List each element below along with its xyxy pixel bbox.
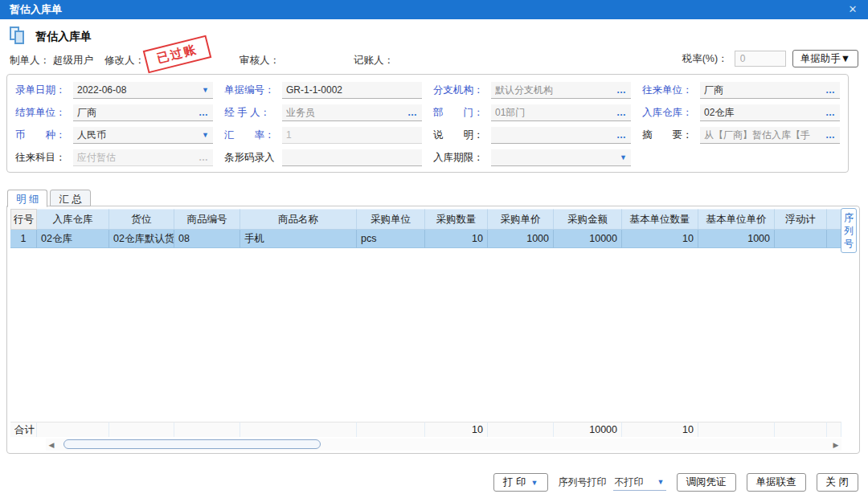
bill-link-check-button[interactable]: 单据联查 <box>747 473 806 492</box>
totals-cell <box>37 422 109 437</box>
grid-header-row: 行号入库仓库货位商品编号商品名称采购单位采购数量采购单价采购金额基本单位数量基本… <box>10 209 843 230</box>
view-voucher-button[interactable]: 调阅凭证 <box>677 473 736 492</box>
field-value-handler: 业务员 <box>286 106 404 120</box>
ellipsis-lookup-icon[interactable]: … <box>616 84 627 96</box>
field-input-branch[interactable]: 默认分支机构… <box>491 82 631 99</box>
scrollbar-thumb[interactable] <box>63 439 321 449</box>
table-cell[interactable]: 1 <box>10 230 37 248</box>
totals-cell <box>240 422 357 437</box>
header-cell-入库仓库[interactable]: 入库仓库 <box>37 209 109 230</box>
form-field-barcode-entry: 条形码录入 <box>224 149 422 166</box>
modifier-label: 修改人： <box>104 54 145 67</box>
dropdown-arrow-icon[interactable]: ▼ <box>620 153 627 161</box>
field-input-barcode-entry[interactable] <box>282 149 422 166</box>
field-input-summary[interactable]: 从【厂商】暂估入库【手… <box>700 127 840 144</box>
header-cell-采购单价[interactable]: 采购单价 <box>488 209 554 230</box>
tax-rate-label: 税率(%)： <box>682 52 728 66</box>
horizontal-scrollbar[interactable]: ◀ ▶ <box>46 439 841 451</box>
print-button-label: 打 印 <box>503 476 526 489</box>
field-input-entry-date[interactable]: 2022-06-08▼ <box>73 82 213 99</box>
close-button[interactable]: 关 闭 <box>817 473 858 492</box>
footer-toolbar: 打 印 ▼ 序列号打印 不打印 ▼ 调阅凭证 单据联查 关 闭 <box>493 473 858 492</box>
detail-summary-tabs: 明 细 汇 总 <box>7 190 93 207</box>
field-label-currency: 币 种： <box>15 129 73 142</box>
totals-cell <box>775 422 827 437</box>
ellipsis-lookup-icon[interactable]: … <box>616 107 627 118</box>
ellipsis-lookup-icon[interactable]: … <box>407 107 418 118</box>
field-input-handler[interactable]: 业务员… <box>282 104 422 121</box>
table-cell[interactable]: 1000 <box>488 230 554 248</box>
header-cell-货位[interactable]: 货位 <box>109 209 174 230</box>
table-cell[interactable]: 手机 <box>240 230 357 248</box>
print-dropdown-icon: ▼ <box>531 479 538 487</box>
table-cell[interactable]: pcs <box>357 230 425 248</box>
totals-cell: 10 <box>425 422 488 437</box>
table-row[interactable]: 102仓库02仓库默认货·08手机pcs10100010000101000 <box>10 230 843 248</box>
field-input-counterparty[interactable]: 厂商… <box>700 82 840 99</box>
dropdown-arrow-icon[interactable]: ▼ <box>202 131 209 139</box>
table-cell[interactable]: 1000 <box>698 230 775 248</box>
table-cell[interactable]: 08 <box>174 230 240 248</box>
serial-number-side-tab[interactable]: 序列号 <box>841 208 857 253</box>
table-cell[interactable]: 10 <box>622 230 698 248</box>
tab-detail[interactable]: 明 细 <box>7 190 47 207</box>
ellipsis-lookup-icon[interactable]: … <box>825 107 836 118</box>
document-icon <box>10 27 29 46</box>
form-field-exchange-rate: 汇 率：1 <box>224 127 422 144</box>
grid-totals-row: 合计101000010 <box>10 422 841 437</box>
header-cell-基本单位单价[interactable]: 基本单位单价 <box>698 209 775 230</box>
table-cell[interactable]: 02仓库默认货· <box>109 230 174 248</box>
field-input-storage-deadline[interactable]: ▼ <box>491 149 631 166</box>
scrollbar-track[interactable] <box>57 439 830 451</box>
form-field-bill-number: 单据编号：GR-1-1-0002 <box>224 82 422 99</box>
field-input-bill-number[interactable]: GR-1-1-0002 <box>282 82 422 99</box>
header-cell-浮动计[interactable]: 浮动计 <box>775 209 827 230</box>
detail-grid: 行号入库仓库货位商品编号商品名称采购单位采购数量采购单价采购金额基本单位数量基本… <box>10 209 843 248</box>
scroll-left-icon[interactable]: ◀ <box>46 441 57 449</box>
form-field-counterparty: 往来单位：厂商… <box>642 82 840 99</box>
dropdown-arrow-icon[interactable]: ▼ <box>202 86 209 94</box>
close-icon[interactable]: ✕ <box>845 0 860 19</box>
table-cell[interactable]: 02仓库 <box>37 230 109 248</box>
header-cell-filler[interactable] <box>827 209 841 230</box>
header-cell-基本单位数量[interactable]: 基本单位数量 <box>622 209 698 230</box>
field-input-remark[interactable]: … <box>491 127 631 144</box>
table-cell[interactable] <box>827 230 841 248</box>
tax-rate-input[interactable] <box>735 51 786 67</box>
tab-summary[interactable]: 汇 总 <box>50 190 90 206</box>
serial-print-select[interactable]: 不打印 ▼ <box>613 475 666 491</box>
grid-body: 102仓库02仓库默认货·08手机pcs10100010000101000 <box>10 230 843 248</box>
ellipsis-lookup-icon[interactable]: … <box>616 129 627 141</box>
auditor-label: 审核人： <box>240 54 280 67</box>
form-field-department: 部 门：01部门… <box>433 104 631 121</box>
field-input-settlement-unit[interactable]: 厂商… <box>73 104 213 121</box>
table-cell[interactable]: 10 <box>425 230 488 248</box>
table-cell[interactable] <box>775 230 827 248</box>
field-label-settlement-unit: 结算单位： <box>15 106 73 120</box>
totals-cell <box>698 422 775 437</box>
form-field-entry-date: 录单日期：2022-06-08▼ <box>15 82 213 99</box>
bookkeeper-label: 记账人： <box>354 54 394 67</box>
field-input-warehouse[interactable]: 02仓库… <box>700 104 840 121</box>
scroll-right-icon[interactable]: ▶ <box>830 441 841 449</box>
header-cell-采购数量[interactable]: 采购数量 <box>425 209 488 230</box>
form-panel: 录单日期：2022-06-08▼单据编号：GR-1-1-0002分支机构：默认分… <box>6 74 849 173</box>
ellipsis-lookup-icon[interactable]: … <box>199 107 209 118</box>
print-button[interactable]: 打 印 ▼ <box>493 473 547 492</box>
bill-assistant-button[interactable]: 单据助手▼ <box>792 50 858 67</box>
ellipsis-lookup-icon[interactable]: … <box>825 84 836 96</box>
form-field-account: 往来科目：应付暂估… <box>15 149 213 166</box>
header-cell-商品名称[interactable]: 商品名称 <box>240 209 357 230</box>
header-cell-采购金额[interactable]: 采购金额 <box>554 209 622 230</box>
page-title: 暂估入库单 <box>35 30 92 44</box>
header-cell-采购单位[interactable]: 采购单位 <box>357 209 425 230</box>
field-value-department: 01部门 <box>495 106 613 120</box>
field-value-entry-date: 2022-06-08 <box>77 84 199 96</box>
field-label-entry-date: 录单日期： <box>15 84 73 97</box>
table-cell[interactable]: 10000 <box>554 230 622 248</box>
ellipsis-lookup-icon[interactable]: … <box>825 129 836 141</box>
header-cell-商品编号[interactable]: 商品编号 <box>174 209 240 230</box>
field-input-department[interactable]: 01部门… <box>491 104 631 121</box>
field-input-currency[interactable]: 人民币▼ <box>73 127 213 144</box>
totals-cell <box>488 422 554 437</box>
